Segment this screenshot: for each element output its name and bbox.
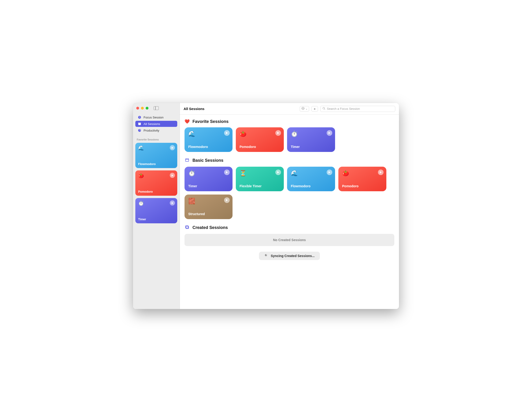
session-label: Pomodoro <box>138 190 174 193</box>
sidebar: Focus SessionAll SessionsProductivity Fa… <box>133 103 180 309</box>
session-card[interactable]: 🌊Flowmodoro <box>287 167 335 191</box>
heart-icon: ❤️ <box>184 119 190 124</box>
sidebar-favorite-card[interactable]: 🌊Flowmodoro <box>135 143 177 168</box>
spinner-icon <box>264 254 268 258</box>
session-label: Flowmodoro <box>188 145 229 149</box>
session-card[interactable]: ⏱️Timer <box>287 127 335 152</box>
minimize-window-button[interactable] <box>141 107 144 110</box>
session-label: Flowmodoro <box>291 184 331 188</box>
page-title: All Sessions <box>184 107 204 111</box>
session-card[interactable]: 🍅Pomodoro <box>338 167 386 191</box>
window-controls <box>136 107 148 110</box>
clock-icon <box>138 115 142 119</box>
piechart-icon <box>138 129 142 132</box>
session-card[interactable]: ⏳Flexible Timer <box>236 167 284 191</box>
section-basic: Basic Sessions ⏱️Timer⏳Flexible Timer🌊Fl… <box>184 158 394 219</box>
play-button[interactable] <box>275 169 281 175</box>
app-window: Focus SessionAll SessionsProductivity Fa… <box>133 103 399 309</box>
session-label: Flexible Timer <box>239 184 280 188</box>
session-card[interactable]: 🧱Structured <box>184 195 233 219</box>
sidebar-item-label: Focus Session <box>143 116 163 119</box>
play-button[interactable] <box>327 130 332 136</box>
section-created: Created Sessions No Created Sessions Syn… <box>184 225 394 260</box>
sidebar-favorite-card[interactable]: ⏱️Timer <box>135 198 177 223</box>
play-button[interactable] <box>170 145 175 150</box>
archivebox-icon <box>138 122 142 126</box>
sidebar-item-focus-session[interactable]: Focus Session <box>135 114 177 120</box>
titlebar <box>135 106 177 114</box>
session-card[interactable]: ⏱️Timer <box>184 167 233 191</box>
syncing-label: Syncing Created Sessions... <box>271 254 315 258</box>
sidebar-item-label: Productivity <box>143 129 159 132</box>
play-button[interactable] <box>327 169 332 175</box>
session-emoji: ⏱️ <box>188 170 229 177</box>
toggle-sidebar-button[interactable] <box>154 106 159 110</box>
svg-rect-7 <box>185 159 189 161</box>
sidebar-favorites-header: Favorite Sessions <box>135 134 177 143</box>
search-input[interactable] <box>327 107 393 111</box>
session-emoji: ⏱️ <box>138 200 174 206</box>
stack-icon <box>184 225 190 231</box>
add-session-button[interactable]: + <box>311 106 318 112</box>
session-label: Structured <box>188 212 229 216</box>
svg-rect-1 <box>138 123 141 125</box>
section-title: Basic Sessions <box>192 158 223 163</box>
search-field[interactable] <box>320 106 395 112</box>
svg-rect-2 <box>138 123 141 123</box>
session-emoji: ⏱️ <box>291 131 331 137</box>
section-title: Favorite Sessions <box>192 119 228 124</box>
session-label: Timer <box>291 145 331 149</box>
play-button[interactable] <box>378 169 384 175</box>
session-emoji: 🌊 <box>138 145 174 151</box>
session-emoji: 🍅 <box>239 131 280 137</box>
sidebar-item-all-sessions[interactable]: All Sessions <box>135 121 177 127</box>
main-area: All Sessions ⌄ + ❤️ <box>180 103 399 309</box>
section-title: Created Sessions <box>192 225 228 230</box>
svg-point-6 <box>304 108 304 108</box>
empty-created-banner: No Created Sessions <box>184 234 394 246</box>
session-emoji: 🍅 <box>342 170 383 177</box>
search-icon <box>323 107 327 111</box>
session-card[interactable]: 🌊Flowmodoro <box>184 127 233 152</box>
toolbar: All Sessions ⌄ + <box>180 103 399 115</box>
content-scroll[interactable]: ❤️ Favorite Sessions 🌊Flowmodoro🍅Pomodor… <box>180 115 399 309</box>
session-emoji: 🧱 <box>188 198 229 204</box>
ellipsis-icon <box>301 107 305 111</box>
session-label: Pomodoro <box>239 145 280 149</box>
session-label: Flowmodoro <box>138 162 174 166</box>
sidebar-item-productivity[interactable]: Productivity <box>135 127 177 133</box>
play-button[interactable] <box>170 173 175 178</box>
play-button[interactable] <box>170 200 175 206</box>
syncing-banner: Syncing Created Sessions... <box>259 252 320 260</box>
session-label: Timer <box>188 184 229 188</box>
play-button[interactable] <box>275 130 281 136</box>
svg-point-4 <box>302 108 303 108</box>
play-button[interactable] <box>224 197 230 203</box>
session-emoji: 🌊 <box>188 131 229 137</box>
more-options-button[interactable]: ⌄ <box>300 106 309 112</box>
play-button[interactable] <box>224 130 230 136</box>
chevron-down-icon: ⌄ <box>305 107 307 110</box>
session-emoji: 🌊 <box>291 170 331 177</box>
svg-point-5 <box>303 108 303 108</box>
browser-icon <box>184 158 190 163</box>
zoom-window-button[interactable] <box>146 107 148 110</box>
sidebar-favorite-card[interactable]: 🍅Pomodoro <box>135 170 177 196</box>
plus-icon: + <box>314 107 316 111</box>
session-emoji: ⏳ <box>239 170 280 177</box>
session-emoji: 🍅 <box>138 173 174 178</box>
sidebar-item-label: All Sessions <box>143 122 160 126</box>
play-button[interactable] <box>224 169 230 175</box>
session-label: Timer <box>138 218 174 221</box>
section-favorite: ❤️ Favorite Sessions 🌊Flowmodoro🍅Pomodor… <box>184 119 394 152</box>
session-label: Pomodoro <box>342 184 383 188</box>
close-window-button[interactable] <box>136 107 139 110</box>
session-card[interactable]: 🍅Pomodoro <box>236 127 284 152</box>
